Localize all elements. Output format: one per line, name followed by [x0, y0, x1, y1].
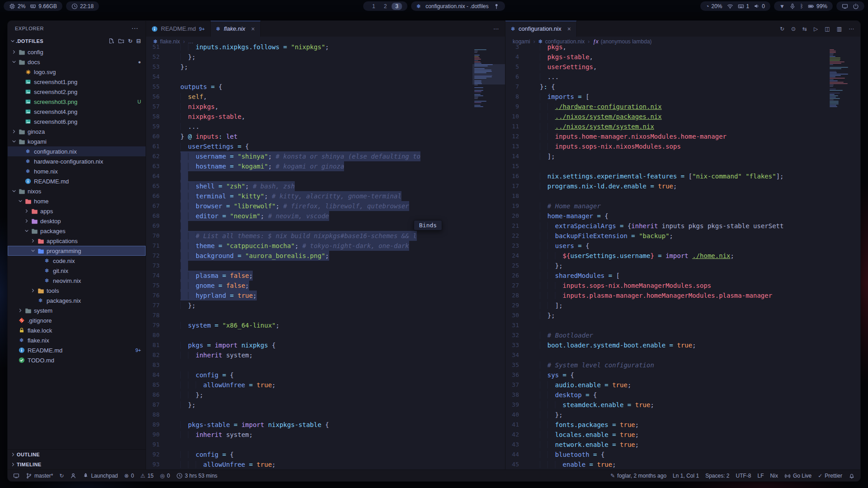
git-sync[interactable]: ↻ [59, 473, 64, 479]
code-line[interactable]: 6 ... [505, 72, 828, 82]
code-line[interactable]: 10 ../nixos/system/packages.nix [505, 112, 828, 122]
code-line[interactable]: 55outputs = { [146, 82, 472, 92]
tree-item-docs[interactable]: docs● [8, 57, 146, 67]
code-line[interactable]: 11 ../nixos/system/system.nix [505, 122, 828, 131]
code-line[interactable]: 63 hostname = "kogami"; # kogami or gino… [146, 161, 472, 171]
code-lines[interactable]: 51 inputs.nixpkgs.follows = "nixpkgs";52… [146, 42, 472, 469]
workspace-3[interactable]: 3 [392, 3, 402, 10]
tree-item-packages[interactable]: packages [8, 226, 146, 236]
code-line[interactable]: 75 gnome = false; [146, 281, 472, 291]
code-line[interactable]: 73 [146, 261, 472, 271]
code-line[interactable]: 81 pkgs = import nixpkgs { [146, 340, 472, 350]
code-line[interactable]: 68 editor = "neovim"; # neovim, vscode [146, 211, 472, 221]
workspace-1[interactable]: 1 [368, 3, 379, 10]
tray-expand[interactable]: ▼ [779, 4, 785, 9]
code-line[interactable]: 70 # List all themes: $ nix build nixpkg… [146, 231, 472, 241]
code-line[interactable]: 93 allowUnfree = true; [146, 460, 472, 469]
more-icon[interactable]: ⋯ [493, 26, 499, 32]
swap-icon[interactable]: ⇆ [802, 26, 807, 32]
tree-item-programming[interactable]: programming [8, 246, 146, 256]
indentation[interactable]: Spaces: 2 [705, 473, 729, 479]
tree-item-flake-lock[interactable]: flake.lock [8, 325, 146, 335]
code-line[interactable]: 13 inputs.sops-nix.nixosModules.sops [505, 141, 828, 151]
accounts[interactable] [70, 473, 76, 479]
run-icon[interactable]: ▷ [814, 26, 818, 32]
code-line[interactable]: 52 }; [146, 52, 472, 62]
code-line[interactable]: 76 hyprland = true; [146, 291, 472, 300]
keyboard-layout[interactable]: 1 [738, 3, 750, 9]
tree-item-screenshot6-png[interactable]: screenshot6.png [8, 117, 146, 127]
code-line[interactable]: 19 # Home manager [505, 201, 828, 211]
code-line[interactable]: 77 }; [146, 300, 472, 310]
code-line[interactable]: 83 [146, 360, 472, 370]
code-line[interactable]: 40 }; [505, 410, 828, 420]
code-line[interactable]: 74 plasma = false; [146, 271, 472, 281]
tree-item-ginoza[interactable]: ginoza [8, 127, 146, 136]
code-line[interactable]: 51 inputs.nixpkgs.follows = "nixpkgs"; [146, 42, 472, 52]
newfolder-icon[interactable] [118, 38, 124, 44]
code-line[interactable]: 66 terminal = "kitty"; # kitty, alacritt… [146, 191, 472, 201]
minimap[interactable] [472, 47, 505, 469]
tree-item-hardware-configuration-nix[interactable]: ❄hardware-configuration.nix [8, 156, 146, 166]
code-line[interactable]: 17 programs.nix-ld.dev.enable = true; [505, 181, 828, 191]
collapse-icon[interactable]: ⊟ [137, 38, 141, 44]
code-line[interactable]: 23 users = { [505, 241, 828, 251]
code-line[interactable]: 33 boot.loader.systemd-boot.enable = tru… [505, 340, 828, 350]
code-line[interactable]: 20 home-manager = { [505, 211, 828, 221]
grid-icon[interactable]: ▥ [837, 26, 842, 32]
code-line[interactable]: 85 allowUnfree = true; [146, 380, 472, 390]
wifi[interactable] [727, 3, 733, 9]
tree-item-git-nix[interactable]: ❄git.nix [8, 266, 146, 276]
code-line[interactable]: 90 inherit system; [146, 430, 472, 440]
tree-item-code-nix[interactable]: ❄code.nix [8, 256, 146, 266]
code-line[interactable]: 25 }; [505, 261, 828, 271]
problems-errors[interactable]: ⊗0 [124, 473, 134, 479]
tree-item-home[interactable]: home [8, 196, 146, 206]
code-line[interactable]: 27 inputs.sops-nix.homeManagerModules.so… [505, 281, 828, 291]
launchpad[interactable]: Launchpad [83, 473, 118, 479]
tab-readme-md[interactable]: README.md9+ [146, 21, 211, 37]
more-actions-icon[interactable]: ⋯ [132, 24, 139, 33]
code-line[interactable]: 3 pkgs, [505, 42, 828, 52]
code-line[interactable]: 58 nixpkgs-stable, [146, 112, 472, 122]
prettier[interactable]: ✓Prettier [818, 473, 842, 479]
code-line[interactable]: 53}; [146, 62, 472, 72]
cpu-usage[interactable]: 2% [9, 3, 25, 9]
code-line[interactable]: 82 inherit system; [146, 350, 472, 360]
code-line[interactable]: 71 theme = "catppuccin-mocha"; # tokyo-n… [146, 241, 472, 251]
remote-indicator[interactable] [13, 473, 19, 479]
code-line[interactable]: 64 [146, 171, 472, 181]
tree-item-configuration-nix[interactable]: ❄configuration.nix [8, 146, 146, 156]
code-line[interactable]: 57 nixpkgs, [146, 102, 472, 112]
tree-item-nixos[interactable]: nixos [8, 186, 146, 196]
memory-usage[interactable]: 9.66GB [30, 3, 57, 9]
code-line[interactable]: 4 pkgs-stable, [505, 52, 828, 62]
code-line[interactable]: 22 backupFileExtension = "backup"; [505, 231, 828, 241]
code-line[interactable]: 92 config = { [146, 450, 472, 460]
code-line[interactable]: 79 system = "x86_64-linux"; [146, 320, 472, 330]
panel-outline[interactable]: OUTLINE [8, 450, 146, 460]
tree-item-desktop[interactable]: desktop [8, 216, 146, 226]
code-line[interactable]: 88 [146, 410, 472, 420]
tree-item-readme-md[interactable]: README.md [8, 176, 146, 186]
code-line[interactable]: 41 fonts.packages = true; [505, 420, 828, 430]
bluetooth[interactable]: ᛒ [800, 4, 803, 9]
code-line[interactable]: 54 [146, 72, 472, 82]
code-line[interactable]: 21 extraSpecialArgs = {inherit inputs pk… [505, 221, 828, 231]
compare-icon[interactable]: ⊙ [791, 26, 796, 32]
tree-item-tools[interactable]: tools [8, 286, 146, 296]
newfile-icon[interactable] [108, 38, 114, 44]
code-line[interactable]: 61 userSettings = { [146, 141, 472, 151]
code-line[interactable]: 26 sharedModules = [ [505, 271, 828, 281]
tree-item-logo-svg[interactable]: logo.svg [8, 67, 146, 77]
tree-item-todo-md[interactable]: TODO.md [8, 355, 146, 365]
git-branch[interactable]: master* [26, 473, 53, 479]
code-line[interactable]: 9 ./hardware-configuration.nix [505, 102, 828, 112]
tree-item-packages-nix[interactable]: ❄packages.nix [8, 296, 146, 305]
code-line[interactable]: 32 # Bootloader [505, 330, 828, 340]
notifications[interactable] [849, 473, 855, 479]
code-line[interactable]: 8 imports = [ [505, 92, 828, 102]
code-line[interactable]: 5 userSettings, [505, 62, 828, 72]
code-line[interactable]: 16 nix.settings.experimental-features = … [505, 171, 828, 181]
code-line[interactable]: 44 bluetooth = { [505, 450, 828, 460]
